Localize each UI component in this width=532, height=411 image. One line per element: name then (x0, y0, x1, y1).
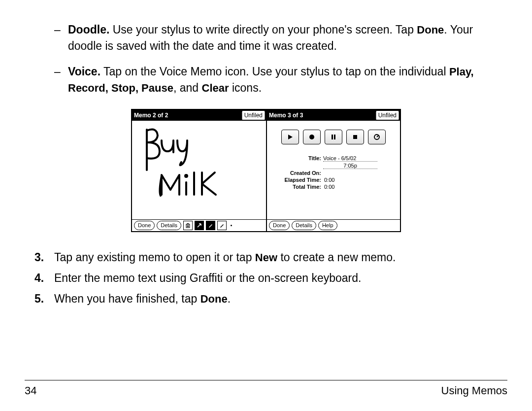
step-3: 3. Tap any existing memo to open it or t… (34, 249, 507, 267)
handwriting-buy-milk (137, 126, 235, 205)
doodle-lead: Doodle. (68, 23, 109, 36)
bullet-text: Voice. Tap on the Voice Memo icon. Use y… (68, 64, 507, 97)
doodle-rest-a: Use your stylus to write directly on you… (109, 23, 417, 36)
doodle-title: Memo 2 of 2 (134, 112, 168, 119)
s5-a: When you have finished, tap (54, 292, 200, 305)
arrow-icon[interactable] (195, 221, 204, 230)
figure-container: Memo 2 of 2 Unfiled (25, 109, 507, 232)
trash-icon[interactable] (183, 221, 193, 230)
bullet-dash: – (54, 64, 68, 97)
step-4: 4. Enter the memo text using Graffiti or… (34, 270, 507, 287)
transport-row (267, 121, 400, 144)
voice-memo-pane: Memo 3 of 3 Unfiled Title: Voice (266, 110, 400, 231)
doodle-memo-pane: Memo 2 of 2 Unfiled (132, 110, 266, 231)
voice-toolbar: Done Details Help (267, 219, 400, 231)
elapsed-value: 0:00 (323, 177, 334, 183)
s3-b: to create a new memo. (277, 251, 396, 264)
bullet-voice: – Voice. Tap on the Voice Memo icon. Use… (54, 64, 507, 97)
voice-header: Memo 3 of 3 Unfiled (267, 110, 400, 121)
svg-point-8 (309, 135, 314, 139)
doodle-category[interactable]: Unfiled (242, 111, 265, 120)
pen-black-icon[interactable] (206, 221, 215, 230)
elapsed-label: Elapsed Time: (267, 177, 323, 183)
svg-marker-7 (288, 135, 293, 139)
s5-b: . (228, 292, 231, 305)
voice-rest-b: icons. (229, 81, 262, 94)
svg-rect-9 (332, 135, 333, 139)
s3-new: New (255, 251, 277, 264)
title-label: Title: (267, 155, 323, 162)
details-button[interactable]: Details (292, 221, 316, 230)
page-number: 34 (25, 384, 36, 397)
record-icon[interactable] (303, 130, 321, 144)
total-value: 0:00 (323, 184, 334, 190)
title-value[interactable]: Voice - 6/5/02 (323, 155, 377, 162)
doodle-canvas[interactable] (132, 121, 266, 219)
help-button[interactable]: Help (318, 221, 337, 230)
manual-page: – Doodle. Use your stylus to write direc… (0, 0, 532, 411)
voice-lead: Voice. (68, 65, 100, 78)
step-4-text: Enter the memo text using Graffiti or th… (54, 270, 507, 287)
bullet-dash: – (54, 22, 68, 55)
step-5-num: 5. (34, 290, 54, 308)
svg-rect-10 (334, 135, 335, 139)
field-total: Total Time: 0:00 (267, 184, 400, 190)
created-value (323, 170, 324, 176)
bullet-doodle: – Doodle. Use your stylus to write direc… (54, 22, 507, 55)
title-label-blank (267, 163, 323, 169)
voice-rest-a: Tap on the Voice Memo icon. Use your sty… (100, 65, 449, 78)
voice-title: Memo 3 of 3 (269, 112, 303, 119)
svg-point-0 (185, 175, 187, 177)
svg-line-13 (377, 136, 378, 137)
voice-comma: , and (173, 81, 202, 94)
pause-icon[interactable] (325, 130, 342, 144)
pen-white-icon[interactable] (217, 221, 227, 230)
step-3-num: 3. (34, 249, 54, 267)
details-button[interactable]: Details (157, 221, 181, 230)
field-title-line2: 7:05p (267, 163, 400, 169)
stop-icon[interactable] (346, 130, 364, 144)
total-label: Total Time: (267, 184, 323, 190)
field-created: Created On: (267, 170, 400, 176)
doodle-toolbar: Done Details (132, 219, 266, 231)
doodle-header: Memo 2 of 2 Unfiled (132, 110, 266, 121)
field-elapsed: Elapsed Time: 0:00 (267, 177, 400, 183)
s3-a: Tap any existing memo to open it or tap (54, 251, 255, 264)
bullet-list: – Doodle. Use your stylus to write direc… (54, 22, 507, 96)
s5-done: Done (200, 293, 228, 305)
doodle-done: Done (417, 24, 444, 36)
bullet-text: Doodle. Use your stylus to write directl… (68, 22, 507, 55)
page-footer: 34 Using Memos (25, 380, 507, 397)
voice-body: Title: Voice - 6/5/02 7:05p Created On: (267, 121, 400, 219)
section-name: Using Memos (441, 384, 507, 397)
voice-clear: Clear (202, 82, 229, 94)
voice-category[interactable]: Unfiled (376, 111, 399, 120)
color-dot-icon[interactable] (231, 225, 232, 226)
step-5-text: When you have finished, tap Done. (54, 290, 507, 308)
created-label: Created On: (267, 170, 323, 176)
svg-rect-11 (353, 135, 357, 139)
clear-icon[interactable] (368, 130, 386, 144)
figure: Memo 2 of 2 Unfiled (131, 109, 401, 232)
done-button[interactable]: Done (269, 221, 290, 230)
step-4-num: 4. (34, 270, 54, 287)
step-5: 5. When you have finished, tap Done. (34, 290, 507, 308)
title-value-b[interactable]: 7:05p (323, 163, 377, 169)
steps-list: 3. Tap any existing memo to open it or t… (34, 249, 507, 308)
field-title: Title: Voice - 6/5/02 (267, 155, 400, 162)
play-icon[interactable] (281, 130, 299, 144)
done-button[interactable]: Done (134, 221, 155, 230)
voice-fields: Title: Voice - 6/5/02 7:05p Created On: (267, 155, 400, 190)
step-3-text: Tap any existing memo to open it or tap … (54, 249, 507, 267)
